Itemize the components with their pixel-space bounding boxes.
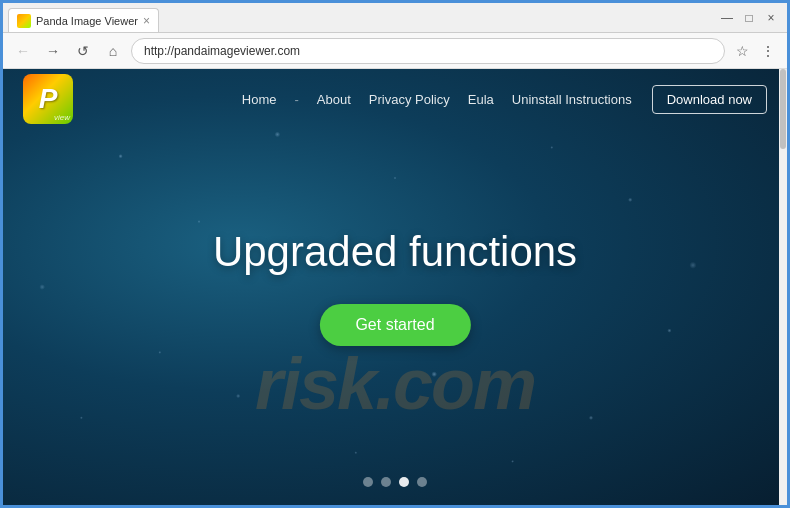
get-started-button[interactable]: Get started [319,304,470,346]
home-button[interactable]: ⌂ [101,39,125,63]
logo-sub: view [54,113,70,122]
browser-toolbar: ← → ↺ ⌂ ☆ ⋮ [3,33,787,69]
window-controls: — □ × [717,8,787,28]
carousel-dot-3[interactable] [399,477,409,487]
tab-title: Panda Image Viewer [36,15,138,27]
back-button[interactable]: ← [11,39,35,63]
logo-letter: P [39,83,58,115]
nav-privacy[interactable]: Privacy Policy [369,92,450,107]
site-logo: P view [23,74,73,124]
forward-button[interactable]: → [41,39,65,63]
tab-close-button[interactable]: × [143,14,150,28]
refresh-button[interactable]: ↺ [71,39,95,63]
carousel-dot-1[interactable] [363,477,373,487]
browser-tab[interactable]: Panda Image Viewer × [8,8,159,32]
hero-section: Upgraded functions Get started [213,228,577,346]
toolbar-right: ☆ ⋮ [731,40,779,62]
bookmark-button[interactable]: ☆ [731,40,753,62]
carousel-dots [363,477,427,487]
minimize-button[interactable]: — [717,8,737,28]
nav-uninstall[interactable]: Uninstall Instructions [512,92,632,107]
nav-home[interactable]: Home [242,92,277,107]
carousel-dot-4[interactable] [417,477,427,487]
nav-links: Home - About Privacy Policy Eula Uninsta… [242,92,632,107]
browser-content: risk.com P view Home - About Privacy Pol… [3,69,787,505]
tab-favicon [17,14,31,28]
address-bar[interactable] [131,38,725,64]
download-now-button[interactable]: Download now [652,85,767,114]
nav-eula[interactable]: Eula [468,92,494,107]
tab-area: Panda Image Viewer × [3,3,717,32]
website-background: risk.com P view Home - About Privacy Pol… [3,69,787,505]
site-nav: P view Home - About Privacy Policy Eula … [3,69,787,129]
carousel-dot-2[interactable] [381,477,391,487]
hero-title: Upgraded functions [213,228,577,276]
title-bar: Panda Image Viewer × — □ × [3,3,787,33]
nav-sep1: - [294,92,298,107]
menu-button[interactable]: ⋮ [757,40,779,62]
browser-window: Panda Image Viewer × — □ × ← → ↺ ⌂ ☆ ⋮ r… [0,0,790,508]
nav-about[interactable]: About [317,92,351,107]
close-button[interactable]: × [761,8,781,28]
maximize-button[interactable]: □ [739,8,759,28]
scrollbar-track [779,69,787,505]
